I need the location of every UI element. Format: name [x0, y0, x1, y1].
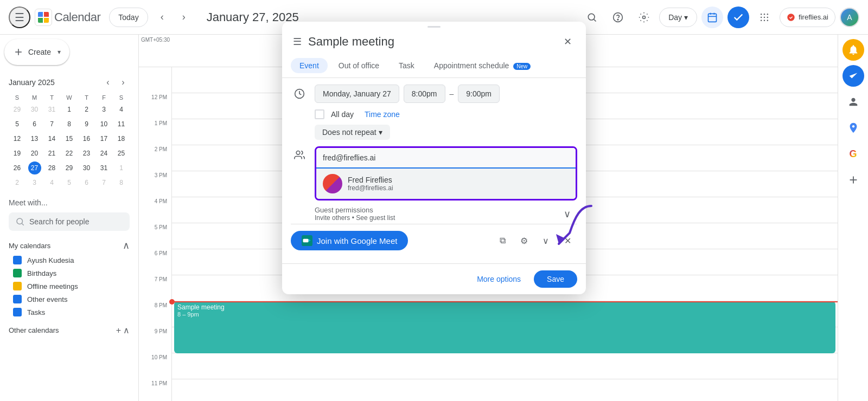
- contacts-panel-icon[interactable]: [843, 91, 864, 113]
- mini-day[interactable]: 8: [115, 176, 128, 189]
- notifications-panel-icon[interactable]: [843, 39, 864, 61]
- mini-day[interactable]: 28: [46, 161, 59, 174]
- google-panel-icon[interactable]: G: [843, 143, 864, 165]
- view-selector[interactable]: Day ▾: [659, 8, 697, 27]
- expand-permissions-icon[interactable]: ∨: [564, 208, 571, 220]
- tab-out-of-office[interactable]: Out of office: [330, 58, 388, 73]
- create-button[interactable]: Create ▾: [4, 39, 69, 65]
- fireflies-button[interactable]: fireflies.ai: [780, 8, 835, 27]
- start-time-button[interactable]: 8:00pm: [404, 85, 445, 103]
- event-title: Sample meeting: [177, 303, 832, 311]
- mini-day[interactable]: 6: [80, 176, 93, 189]
- save-button[interactable]: Save: [534, 270, 577, 288]
- mini-day[interactable]: 4: [115, 103, 128, 116]
- mini-day[interactable]: 1: [63, 103, 76, 116]
- tab-task[interactable]: Task: [390, 58, 423, 73]
- meet-remove-button[interactable]: ✕: [558, 231, 577, 250]
- guest-input[interactable]: [316, 148, 576, 169]
- calendar-checkbox[interactable]: [13, 295, 22, 303]
- calendar-item-tasks[interactable]: Tasks: [9, 306, 130, 319]
- mini-cal-next[interactable]: ›: [117, 76, 130, 89]
- mini-day[interactable]: 11: [115, 118, 128, 131]
- check-tasks-btn[interactable]: [727, 7, 749, 28]
- mini-day[interactable]: 4: [46, 176, 59, 189]
- tab-event[interactable]: Event: [291, 58, 328, 73]
- meet-settings-button[interactable]: ⚙: [514, 231, 534, 250]
- mini-day[interactable]: 21: [46, 147, 59, 160]
- next-button[interactable]: ›: [174, 8, 194, 27]
- mini-day[interactable]: 18: [115, 132, 128, 145]
- mini-day[interactable]: 31: [46, 103, 59, 116]
- calendar-event[interactable]: Sample meeting 8 – 9pm: [174, 301, 835, 353]
- mini-day[interactable]: 22: [63, 147, 76, 160]
- calendar-checkbox[interactable]: [13, 282, 22, 290]
- expand-other-calendars[interactable]: ∧: [123, 325, 130, 335]
- apps-button[interactable]: [754, 7, 775, 28]
- mini-day-today[interactable]: 27: [28, 161, 41, 174]
- prev-button[interactable]: ‹: [152, 8, 172, 27]
- mini-day[interactable]: 19: [11, 147, 24, 160]
- mini-day[interactable]: 2: [11, 176, 24, 189]
- mini-day[interactable]: 8: [63, 118, 76, 131]
- tasks-icon-btn[interactable]: [701, 7, 723, 28]
- mini-day[interactable]: 7: [98, 176, 111, 189]
- guest-suggestion-item[interactable]: Fred Fireflies fred@fireflies.ai: [316, 169, 576, 199]
- mini-day[interactable]: 29: [63, 161, 76, 174]
- mini-day[interactable]: 23: [80, 147, 93, 160]
- mini-day[interactable]: 3: [98, 103, 111, 116]
- mini-day[interactable]: 5: [11, 118, 24, 131]
- maps-panel-icon[interactable]: [843, 117, 864, 139]
- mini-day[interactable]: 26: [11, 161, 24, 174]
- today-button[interactable]: Today: [109, 8, 148, 27]
- settings-button[interactable]: [633, 7, 655, 28]
- mini-day[interactable]: 7: [46, 118, 59, 131]
- calendar-checkbox[interactable]: [13, 256, 22, 264]
- copy-meet-button[interactable]: ⧉: [493, 231, 512, 250]
- meet-expand-button[interactable]: ∨: [536, 231, 556, 250]
- calendar-item-other[interactable]: Other events: [9, 293, 130, 306]
- mini-day[interactable]: 1: [115, 161, 128, 174]
- repeat-button[interactable]: Does not repeat ▾: [315, 125, 390, 140]
- help-button[interactable]: [607, 7, 629, 28]
- more-options-button[interactable]: More options: [470, 270, 527, 288]
- allday-checkbox[interactable]: [315, 109, 324, 119]
- mini-day[interactable]: 30: [80, 161, 93, 174]
- mini-day[interactable]: 5: [63, 176, 76, 189]
- calendar-item-birthdays[interactable]: Birthdays: [9, 267, 130, 280]
- mini-day[interactable]: 2: [80, 103, 93, 116]
- mini-day[interactable]: 16: [80, 132, 93, 145]
- calendar-checkbox[interactable]: [13, 308, 22, 316]
- add-other-calendar[interactable]: +: [116, 325, 121, 335]
- calendar-item-offline[interactable]: Offline meetings: [9, 280, 130, 293]
- mini-day[interactable]: 3: [28, 176, 41, 189]
- tasks-panel-icon[interactable]: [843, 65, 864, 87]
- calendar-item-ayush[interactable]: Ayush Kudesia: [9, 254, 130, 267]
- end-time-button[interactable]: 9:00pm: [458, 85, 500, 103]
- modal-close-button[interactable]: ✕: [558, 32, 577, 51]
- mini-day[interactable]: 25: [115, 147, 128, 160]
- timezone-link[interactable]: Time zone: [365, 110, 400, 119]
- date-picker-button[interactable]: Monday, January 27: [315, 85, 399, 103]
- mini-day[interactable]: 10: [98, 118, 111, 131]
- mini-cal-prev[interactable]: ‹: [101, 76, 114, 89]
- mini-day[interactable]: 24: [98, 147, 111, 160]
- mini-day[interactable]: 13: [28, 132, 41, 145]
- user-avatar[interactable]: A: [840, 8, 859, 27]
- mini-day[interactable]: 20: [28, 147, 41, 160]
- calendar-checkbox[interactable]: [13, 269, 22, 277]
- mini-day[interactable]: 15: [63, 132, 76, 145]
- collapse-my-calendars[interactable]: ∧: [123, 240, 130, 251]
- join-meet-button[interactable]: Join with Google Meet: [291, 231, 408, 250]
- menu-button[interactable]: ☰: [9, 7, 30, 28]
- mini-day[interactable]: 29: [11, 103, 24, 116]
- mini-day[interactable]: 17: [98, 132, 111, 145]
- mini-day[interactable]: 9: [80, 118, 93, 131]
- mini-day[interactable]: 12: [11, 132, 24, 145]
- add-panel-icon[interactable]: [843, 169, 864, 191]
- search-people-button[interactable]: Search for people: [9, 212, 130, 231]
- mini-day[interactable]: 6: [28, 118, 41, 131]
- mini-day[interactable]: 14: [46, 132, 59, 145]
- mini-day[interactable]: 30: [28, 103, 41, 116]
- tab-appointment[interactable]: Appointment schedule New: [425, 58, 539, 73]
- mini-day[interactable]: 31: [98, 161, 111, 174]
